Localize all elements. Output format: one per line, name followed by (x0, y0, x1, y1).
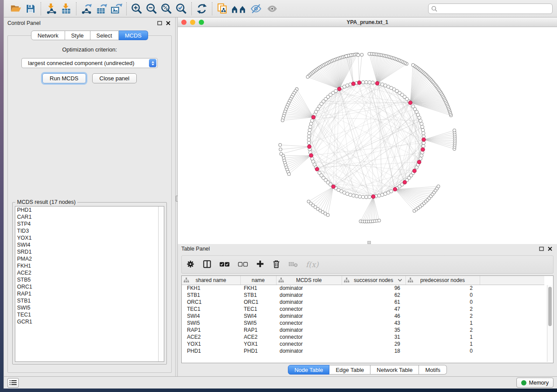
network-node[interactable] (422, 131, 425, 135)
cell-successor-nodes[interactable]: 43 (342, 320, 405, 327)
import-network-from-file-icon[interactable] (44, 2, 59, 16)
mcds-result-item[interactable]: FKH1 (15, 262, 164, 269)
network-node[interactable] (381, 193, 384, 196)
network-node[interactable] (349, 193, 352, 196)
cell-name[interactable]: ACE2 (240, 334, 276, 340)
dominator-node[interactable] (393, 187, 397, 191)
network-node[interactable] (381, 83, 384, 86)
show-all-icon[interactable] (265, 2, 280, 16)
tab-mcds[interactable]: MCDS (119, 31, 148, 40)
cell-predecessor-nodes[interactable]: 0 (405, 299, 480, 306)
cell-MCDS-role[interactable]: connector (276, 320, 342, 327)
network-node[interactable] (360, 53, 363, 56)
dominator-node[interactable] (332, 185, 336, 189)
float-table-panel-icon[interactable] (538, 245, 545, 252)
export-network-icon[interactable] (79, 2, 94, 16)
table-settings-gear-icon[interactable] (186, 260, 195, 270)
tab-node-table[interactable]: Node Table (288, 365, 330, 375)
export-table-icon[interactable] (94, 2, 109, 16)
cell-shared-name[interactable]: SWI4 (182, 313, 240, 320)
dominator-node[interactable] (352, 82, 356, 86)
network-node[interactable] (326, 213, 329, 217)
cell-shared-name[interactable]: ACE2 (182, 334, 240, 340)
cell-name[interactable]: YOX1 (240, 340, 276, 347)
table-scrollbar[interactable] (547, 285, 552, 362)
dominator-node[interactable] (371, 195, 375, 199)
zoom-out-icon[interactable] (144, 2, 159, 16)
cell-MCDS-role[interactable]: connector (276, 334, 342, 340)
cell-predecessor-nodes[interactable]: 2 (405, 306, 480, 313)
network-node[interactable] (356, 54, 360, 57)
network-node[interactable] (419, 157, 422, 161)
network-window-titlebar[interactable]: YPA_prune.txt_1 (178, 17, 557, 27)
network-node[interactable] (368, 195, 371, 199)
cell-successor-nodes[interactable]: 61 (342, 299, 405, 306)
table-row[interactable]: RAP1RAP1dominator352 (182, 327, 544, 334)
cell-shared-name[interactable]: STB1 (182, 292, 240, 299)
cell-shared-name[interactable]: TEC1 (182, 306, 240, 313)
cell-predecessor-nodes[interactable]: 1 (405, 320, 480, 327)
close-panel-button[interactable]: Close panel (92, 73, 137, 83)
cell-name[interactable]: ORC1 (240, 299, 276, 306)
cell-successor-nodes[interactable]: 47 (342, 306, 405, 313)
table-row[interactable]: SWI4SWI4dominator462 (182, 313, 544, 320)
column-header-successor-nodes[interactable]: successor nodes (342, 276, 405, 285)
mcds-result-item[interactable]: STB1 (15, 297, 164, 304)
network-node[interactable] (308, 131, 311, 135)
cell-predecessor-nodes[interactable]: 1 (405, 340, 480, 347)
network-node[interactable] (412, 63, 415, 66)
cell-name[interactable]: SWI5 (240, 320, 276, 327)
tab-edge-table[interactable]: Edge Table (329, 365, 370, 375)
mcds-result-item[interactable]: TEC1 (15, 311, 164, 318)
network-node[interactable] (345, 55, 348, 58)
mcds-result-item[interactable]: STB5 (15, 276, 164, 283)
zoom-fit-content-icon[interactable] (159, 2, 174, 16)
network-canvas[interactable] (178, 27, 557, 244)
network-node[interactable] (279, 144, 282, 147)
tab-select[interactable]: Select (90, 31, 119, 40)
table-row[interactable]: TEC1TEC1connector472 (182, 306, 544, 313)
table-row[interactable]: PHD1PHD1dominator180 (182, 347, 544, 354)
network-node[interactable] (420, 154, 423, 157)
save-session-icon[interactable] (23, 2, 38, 16)
table-row[interactable]: ACE2ACE2connector311 (182, 334, 544, 340)
network-node[interactable] (390, 189, 393, 193)
network-node[interactable] (306, 76, 309, 79)
cell-shared-name[interactable]: ORC1 (182, 299, 240, 306)
delete-column-icon[interactable] (272, 260, 280, 270)
mcds-result-item[interactable]: PHD1 (15, 206, 164, 213)
column-selector-icon[interactable] (203, 260, 211, 270)
column-header-name[interactable]: name (240, 276, 276, 285)
network-node[interactable] (412, 105, 415, 108)
cell-successor-nodes[interactable]: 62 (342, 292, 405, 299)
network-node[interactable] (384, 84, 387, 87)
cell-name[interactable]: STB1 (240, 292, 276, 299)
cell-MCDS-role[interactable]: dominator (276, 347, 342, 354)
memory-button[interactable]: Memory (516, 378, 554, 388)
criterion-select[interactable]: largest connected component (undirected) (21, 58, 158, 68)
dominator-node[interactable] (337, 87, 341, 91)
select-all-rows-icon[interactable] (219, 261, 230, 269)
mcds-result-item[interactable]: YOX1 (15, 234, 164, 241)
cell-name[interactable]: SWI4 (240, 313, 276, 320)
cell-shared-name[interactable]: SWI5 (182, 320, 240, 327)
cell-predecessor-nodes[interactable]: 0 (405, 292, 480, 299)
network-node[interactable] (368, 81, 371, 84)
network-node[interactable] (377, 194, 381, 197)
dominator-node[interactable] (422, 138, 426, 142)
close-table-panel-icon[interactable] (547, 245, 554, 252)
cell-predecessor-nodes[interactable]: 1 (405, 334, 480, 340)
cell-name[interactable]: PHD1 (240, 347, 276, 354)
task-history-list-icon[interactable] (7, 378, 19, 388)
mcds-result-item[interactable]: SWI4 (15, 241, 164, 248)
cell-predecessor-nodes[interactable]: 0 (405, 347, 480, 354)
network-node[interactable] (421, 128, 425, 132)
tab-network-table[interactable]: Network Table (370, 365, 419, 375)
dominator-node[interactable] (357, 81, 361, 85)
dominator-node[interactable] (315, 167, 319, 171)
cell-shared-name[interactable]: RAP1 (182, 327, 240, 334)
network-node[interactable] (453, 129, 456, 132)
dominator-node[interactable] (308, 145, 311, 149)
dominator-node[interactable] (417, 160, 421, 164)
cell-successor-nodes[interactable]: 18 (342, 347, 405, 354)
